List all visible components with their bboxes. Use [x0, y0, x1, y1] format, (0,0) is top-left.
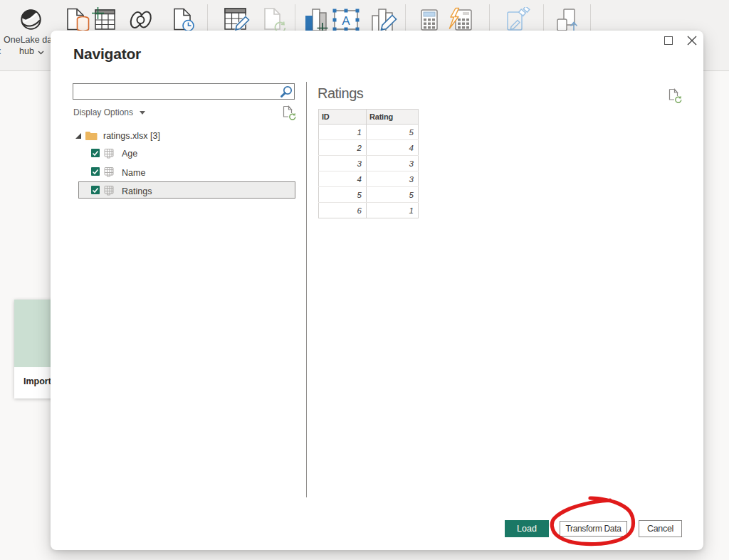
svg-text:A: A — [342, 14, 350, 28]
